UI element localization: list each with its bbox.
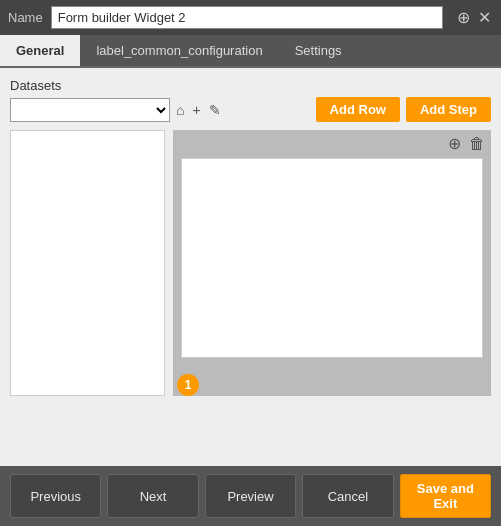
next-button[interactable]: Next xyxy=(107,474,198,518)
add-step-button[interactable]: Add Step xyxy=(406,97,491,122)
right-panel: ⊕ 🗑 1 xyxy=(173,130,491,396)
previous-button[interactable]: Previous xyxy=(10,474,101,518)
datasets-row: ⌂ + ✎ Add Row Add Step xyxy=(10,97,491,122)
datasets-select[interactable] xyxy=(10,98,170,122)
add-icon-btn[interactable]: + xyxy=(190,101,202,119)
delete-icon[interactable]: 🗑 xyxy=(467,134,487,154)
left-panel xyxy=(10,130,165,396)
move-handle-icon[interactable]: ⊕ xyxy=(446,134,463,154)
name-label: Name xyxy=(8,10,43,25)
home-icon-btn[interactable]: ⌂ xyxy=(174,101,186,119)
save-and-exit-button[interactable]: Save and Exit xyxy=(400,474,491,518)
footer: Previous Next Preview Cancel Save and Ex… xyxy=(0,466,501,526)
right-panel-content xyxy=(181,158,483,358)
edit-icon-btn[interactable]: ✎ xyxy=(207,101,223,119)
add-row-button[interactable]: Add Row xyxy=(316,97,400,122)
bottom-area xyxy=(10,396,491,456)
move-icon[interactable]: ⊕ xyxy=(455,10,472,26)
tab-general[interactable]: General xyxy=(0,35,80,66)
right-panel-toolbar: ⊕ 🗑 xyxy=(173,130,491,158)
action-buttons: Add Row Add Step xyxy=(316,97,491,122)
datasets-label: Datasets xyxy=(10,78,491,93)
tab-label-common-configuration[interactable]: label_common_configuration xyxy=(80,35,278,66)
main-content: Datasets ⌂ + ✎ Add Row Add Step ⊕ 🗑 xyxy=(0,68,501,466)
name-input[interactable] xyxy=(51,6,443,29)
step-badge: 1 xyxy=(177,374,199,396)
close-icon[interactable]: ✕ xyxy=(476,10,493,26)
window: Name ⊕ ✕ General label_common_configurat… xyxy=(0,0,501,526)
title-icons: ⊕ ✕ xyxy=(455,10,493,26)
tabs: General label_common_configuration Setti… xyxy=(0,35,501,68)
preview-button[interactable]: Preview xyxy=(205,474,296,518)
title-bar: Name ⊕ ✕ xyxy=(0,0,501,35)
panels: ⊕ 🗑 1 xyxy=(10,130,491,396)
tab-settings[interactable]: Settings xyxy=(279,35,358,66)
cancel-button[interactable]: Cancel xyxy=(302,474,393,518)
